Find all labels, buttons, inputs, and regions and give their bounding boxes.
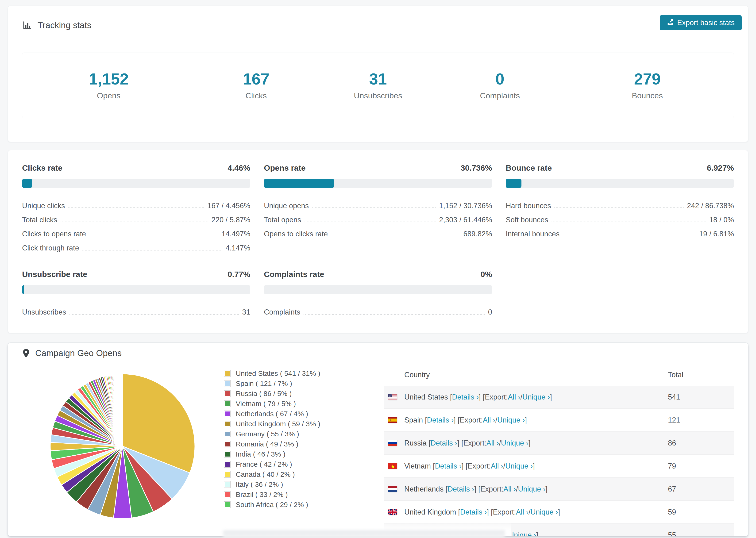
legend-item-canada[interactable]: Canada ( 40 / 2% ) [224, 469, 384, 479]
details-link[interactable]: Details › [452, 393, 479, 402]
rate-head: Complaints rate0% [264, 270, 492, 279]
legend-color-chip [224, 471, 231, 478]
stat-row-value: 18 / 0% [709, 216, 734, 224]
rate-head: Opens rate30.736% [264, 163, 492, 173]
export-unique-link[interactable]: Unique › [522, 393, 550, 402]
geo-table-row-united-states: United States [Details ›] [Export: All ›… [384, 386, 734, 409]
rate-value: 4.46% [228, 163, 250, 173]
tracking-stats-card: Tracking stats Export basic stats 1,152O… [8, 6, 748, 142]
export-all-link[interactable]: All › [486, 439, 499, 447]
legend-item-spain[interactable]: Spain ( 121 / 7% ) [224, 378, 384, 389]
legend-item-united-kingdom[interactable]: United Kingdom ( 59 / 3% ) [224, 419, 384, 429]
stat-row-label: Unique opens [264, 202, 309, 210]
summary-row: 1,152Opens167Clicks31Unsubscribes0Compla… [22, 53, 734, 118]
stat-row-value: 0 [488, 308, 492, 316]
legend-item-germany[interactable]: Germany ( 55 / 3% ) [224, 429, 384, 439]
stat-row-value: 2,303 / 61.446% [439, 216, 492, 224]
stat-row-label: Unique clicks [22, 202, 65, 210]
legend-item-france[interactable]: France ( 42 / 2% ) [224, 459, 384, 469]
legend-color-chip [224, 390, 231, 397]
dotted-leader [61, 222, 208, 222]
export-unique-link[interactable]: Unique › [531, 508, 558, 516]
details-link[interactable]: Details › [427, 416, 454, 424]
country-name: Russia [404, 439, 428, 447]
rate-title: Clicks rate [22, 163, 63, 173]
stat-label: Complaints [480, 91, 520, 100]
details-link[interactable]: Details › [435, 462, 461, 470]
legend-label: Vietnam ( 79 / 5% ) [236, 400, 296, 408]
export-all-link[interactable]: All › [491, 462, 503, 470]
stat-row-value: 4.147% [226, 244, 250, 252]
stat-row: Total clicks220 / 5.87% [22, 210, 250, 224]
flag-gb-icon [388, 509, 397, 515]
rate-value: 0% [481, 270, 492, 279]
legend-item-italy[interactable]: Italy ( 36 / 2% ) [224, 479, 384, 489]
legend-label: United Kingdom ( 59 / 3% ) [236, 420, 320, 428]
export-all-link[interactable]: All › [483, 416, 495, 424]
geo-table-header-total: Total [668, 364, 734, 386]
dotted-leader [552, 222, 706, 222]
export-unique-link[interactable]: Unique › [518, 485, 545, 493]
geo-table-row-russia: Russia [Details ›] [Export: All › / Uniq… [384, 432, 734, 455]
progress-fill [22, 179, 32, 188]
legend-item-netherlands[interactable]: Netherlands ( 67 / 4% ) [224, 409, 384, 419]
export-unique-link[interactable]: Unique › [497, 416, 525, 424]
geo-table-wrap: Country Total United States [Details ›] … [384, 364, 734, 536]
geo-total-cell: 67 [668, 478, 734, 501]
stat-label: Clicks [245, 91, 267, 100]
progress-bar [264, 179, 492, 188]
dotted-leader [70, 314, 239, 314]
stat-row-value: 220 / 5.87% [212, 216, 250, 224]
export-all-link[interactable]: All › [503, 485, 516, 493]
progress-fill [506, 179, 521, 188]
legend-label: Germany ( 55 / 3% ) [236, 430, 299, 438]
export-all-link[interactable]: All › [516, 508, 528, 516]
stat-box-unsubscribes: 31Unsubscribes [317, 53, 439, 118]
legend-item-romania[interactable]: Romania ( 49 / 3% ) [224, 439, 384, 449]
legend-color-chip [224, 441, 231, 447]
rate-rows: Complaints0 [264, 302, 492, 316]
rate-title: Complaints rate [264, 270, 324, 279]
rate-head: Clicks rate4.46% [22, 163, 250, 173]
tracking-stats-title: Tracking stats [22, 20, 91, 30]
legend-color-chip [224, 410, 231, 417]
legend-color-chip [224, 461, 231, 467]
geo-table-row-vietnam: Vietnam [Details ›] [Export: All › / Uni… [384, 455, 734, 478]
legend-item-vietnam[interactable]: Vietnam ( 79 / 5% ) [224, 399, 384, 409]
export-all-link[interactable]: All › [508, 393, 520, 402]
details-link[interactable]: Details › [460, 508, 487, 516]
geo-table: Country Total United States [Details ›] … [384, 364, 734, 536]
rate-value: 0.77% [228, 270, 250, 279]
geo-country-cell: United States [Details ›] [Export: All ›… [384, 386, 668, 409]
details-link[interactable]: Details › [431, 439, 458, 447]
legend-label: France ( 42 / 2% ) [236, 460, 292, 468]
rate-head: Bounce rate6.927% [506, 163, 734, 173]
stat-row-value: 689.82% [463, 230, 492, 238]
dotted-leader [312, 207, 436, 208]
geo-card-header: Campaign Geo Opens [8, 343, 748, 364]
export-unique-link[interactable]: Unique › [509, 531, 536, 536]
legend-label: Netherlands ( 67 / 4% ) [236, 410, 308, 418]
geo-country-cell: Spain [Details ›] [Export: All › / Uniqu… [384, 409, 668, 432]
rate-block-unsubscribe-rate: Unsubscribe rate0.77%Unsubscribes31 [22, 270, 250, 316]
stat-row: Hard bounces242 / 86.738% [506, 196, 734, 210]
stat-row-value: 242 / 86.738% [687, 202, 734, 210]
stat-label: Unsubscribes [354, 91, 402, 100]
bar-chart-icon [22, 20, 32, 30]
legend-item-united-states[interactable]: United States ( 541 / 31% ) [224, 368, 384, 378]
geo-table-row-spain: Spain [Details ›] [Export: All › / Uniqu… [384, 409, 734, 432]
legend-item-russia[interactable]: Russia ( 86 / 5% ) [224, 389, 384, 399]
legend-item-south-africa[interactable]: South Africa ( 29 / 2% ) [224, 500, 384, 510]
details-link[interactable]: Details › [448, 485, 474, 493]
stat-row-label: Soft bounces [506, 216, 548, 224]
stat-row: Opens to clicks rate689.82% [264, 224, 492, 238]
legend-item-india[interactable]: India ( 46 / 3% ) [224, 449, 384, 459]
export-unique-link[interactable]: Unique › [501, 439, 528, 447]
export-unique-link[interactable]: Unique › [505, 462, 533, 470]
progress-fill [264, 179, 334, 188]
legend-item-brazil[interactable]: Brazil ( 33 / 2% ) [224, 489, 384, 500]
export-basic-stats-button[interactable]: Export basic stats [660, 15, 742, 30]
stat-row-label: Complaints [264, 308, 300, 316]
legend-color-chip [224, 481, 231, 488]
flag-nl-icon [388, 486, 397, 492]
